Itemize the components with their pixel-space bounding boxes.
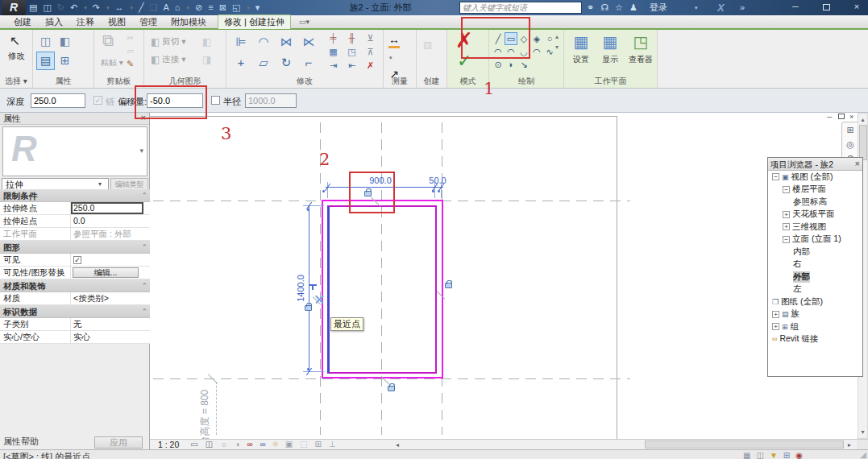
reveal-hidden-elements-icon[interactable]: ⌾	[273, 440, 278, 449]
trim-extend-single-icon[interactable]: ⇥	[324, 59, 343, 72]
crop-view-icon[interactable]: ▣	[285, 440, 293, 449]
browser-elev-interior[interactable]: 内部	[768, 246, 862, 258]
split-with-gap-icon[interactable]: ╫	[343, 31, 361, 45]
row-work-plane-value[interactable]: 参照平面 : 外部	[71, 228, 143, 240]
draw-scroll-down-icon[interactable]: ▾	[555, 43, 559, 51]
properties-palette-icon[interactable]: ◫	[37, 33, 54, 50]
tab-addins[interactable]: 附加模块	[171, 16, 206, 28]
join-geometry-button[interactable]: ◧连接 ▾	[151, 54, 186, 65]
switch-windows-icon-caret[interactable]: ▾	[247, 5, 250, 11]
horizontal-scrollbar[interactable]: ◂ ▸	[393, 439, 857, 449]
dimension-line-left[interactable]	[309, 206, 309, 372]
text-icon[interactable]: A	[164, 0, 169, 15]
signin-dropdown-icon[interactable]: ▾	[695, 5, 698, 11]
draw-partial-ellipse-tool[interactable]: ◗	[505, 59, 517, 70]
dimension-offset-value[interactable]: 50.0	[422, 176, 454, 185]
favorites-icon[interactable]: ☆	[615, 2, 623, 13]
thin-lines-icon[interactable]: ≡	[208, 0, 213, 15]
section-icon[interactable]: ⊘	[195, 0, 202, 15]
drawing-area[interactable]: 900.0 50.0 1400.0 最近点 台高度 = 800 ─ × ⊞	[150, 113, 868, 439]
set-workplane-button[interactable]: ▦ 设置	[567, 31, 595, 65]
array-icon[interactable]: ▦	[324, 45, 343, 59]
row-subcategory-value[interactable]: 无	[71, 318, 143, 330]
horizontal-scroll-thumb[interactable]	[645, 440, 844, 449]
selection-filter-icon[interactable]: ▼	[770, 451, 778, 459]
minimize-button[interactable]: ─	[783, 0, 808, 15]
dimension-grip[interactable]	[322, 190, 325, 192]
group-identity[interactable]: 标识数据⌃	[0, 305, 150, 318]
browser-groups-label[interactable]: 组	[791, 321, 799, 333]
browser-elev-right[interactable]: 右	[768, 258, 862, 271]
browser-elevations-expander[interactable]: −	[783, 236, 790, 243]
browser-ref-level-label[interactable]: 参照标高	[793, 196, 827, 208]
draw-spline-tool[interactable]: ∿	[544, 46, 555, 57]
browser-groups-expander[interactable]: +	[772, 323, 779, 330]
properties-toggle-icon[interactable]: ▤	[37, 52, 54, 69]
reference-plane-bottom[interactable]	[153, 378, 630, 379]
shadows-icon[interactable]: ◑	[235, 440, 239, 449]
isolate-elements-icon[interactable]: ∞	[260, 440, 266, 449]
browser-elev-interior-label[interactable]: 内部	[793, 246, 810, 258]
delete-icon[interactable]: ✗	[361, 59, 380, 72]
family-category-icon[interactable]: ⊞	[56, 52, 73, 69]
tab-modify-create-extrusion[interactable]: 修改 | 创建拉伸	[218, 14, 291, 29]
browser-elev-left[interactable]: 左	[768, 283, 862, 296]
mirror-draw-axis-icon[interactable]: ⋉	[297, 31, 320, 52]
navigation-grid-icon[interactable]: ⊞	[846, 125, 853, 135]
dimension-grip[interactable]	[307, 209, 309, 211]
browser-views-root-label[interactable]: 视图 (全部)	[791, 172, 833, 183]
signin-label[interactable]: 登录	[650, 0, 667, 15]
measure-icon[interactable]: ↔	[115, 0, 124, 15]
move-tool-icon[interactable]: +	[230, 52, 252, 73]
browser-groups[interactable]: +⊞组	[768, 320, 862, 333]
communication-center-icon[interactable]: ☊	[600, 2, 608, 13]
view-minimize-icon[interactable]: ─	[827, 113, 832, 121]
tab-insert[interactable]: 插入	[45, 16, 63, 28]
row-visible-checkbox[interactable]: ✓	[73, 256, 81, 264]
vertical-scroll-thumb[interactable]	[859, 125, 867, 160]
browser-families-expander[interactable]: +	[772, 311, 779, 318]
pick-lines-tool[interactable]: ↘	[518, 59, 530, 70]
constraint-padlock-left[interactable]	[305, 305, 312, 311]
browser-elevations[interactable]: −立面 (立面 1)	[768, 234, 862, 246]
switch-windows-icon[interactable]: ◱	[232, 0, 240, 15]
browser-ceiling-plans-expander[interactable]: +	[783, 211, 790, 218]
create-group-icon[interactable]: ⧈	[423, 36, 432, 53]
row-extrusion-end-value[interactable]: 250.0	[71, 202, 143, 214]
viewer-button[interactable]: ◳ 查看器	[625, 31, 656, 65]
browser-elev-left-label[interactable]: 左	[793, 283, 802, 295]
select-links-toggle-icon[interactable]: ⊞	[783, 451, 790, 459]
show-crop-region-icon[interactable]: ⬚	[300, 440, 307, 449]
tab-create[interactable]: 创建	[14, 16, 31, 28]
browser-ref-level[interactable]: 参照标高	[768, 196, 862, 209]
split-element-icon[interactable]: ╪	[324, 31, 343, 45]
join-geometry-icon[interactable]: ◨	[202, 54, 211, 65]
reveal-constraints-icon[interactable]: ⊥	[329, 440, 336, 449]
browser-floor-plans[interactable]: −楼层平面	[768, 184, 862, 196]
sync-with-central-icon[interactable]: ↻	[57, 0, 64, 15]
worksets-status-icon[interactable]: ▦	[743, 451, 750, 459]
browser-3d-views[interactable]: +三维视图	[768, 221, 862, 234]
dimension-grip[interactable]	[438, 190, 440, 192]
browser-floor-plans-label[interactable]: 楼层平面	[792, 184, 826, 195]
offset-tool-icon[interactable]: ◠	[252, 31, 275, 52]
browser-families-label[interactable]: 族	[791, 308, 800, 320]
measure-between-references-icon-caret[interactable]: ▾	[389, 55, 400, 61]
ref-plane-name-label[interactable]: 台高度 = 800	[198, 349, 212, 440]
search-help-icon[interactable]: ⚭	[587, 2, 594, 13]
tab-manage[interactable]: 管理	[139, 16, 157, 28]
row-visible-value[interactable]: ✓	[71, 254, 143, 266]
aligned-dimension-icon[interactable]: ╱	[139, 0, 144, 15]
group-collapse-icon[interactable]: ⌃	[141, 279, 147, 292]
browser-3d-views-label[interactable]: 三维视图	[792, 221, 826, 233]
ribbon-display-toggle-icon[interactable]: ▭▾	[299, 18, 309, 26]
draw-ellipse-tool[interactable]: ⊙	[492, 59, 504, 70]
sketch-offset-rectangle[interactable]	[327, 205, 437, 374]
design-options-icon[interactable]: ◫	[756, 451, 763, 459]
mirror-pick-axis-icon[interactable]: ⋈	[275, 31, 297, 52]
project-browser-close-icon[interactable]: ×	[855, 159, 860, 168]
draw-circle-tool[interactable]: ○	[544, 33, 555, 44]
row-material-value[interactable]: <按类别>	[71, 292, 143, 304]
temporary-hide-isolate-icon[interactable]: ∞	[247, 440, 252, 449]
match-type-properties-icon[interactable]: ✎	[127, 59, 134, 69]
